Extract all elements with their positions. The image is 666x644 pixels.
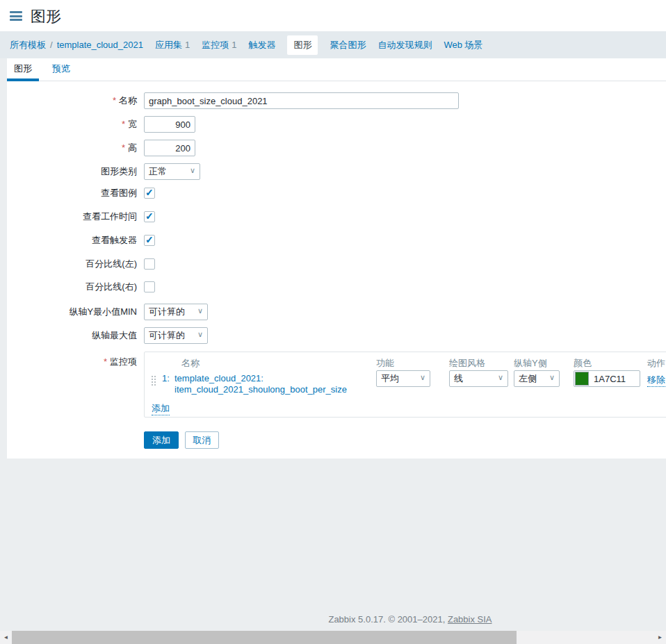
item-function-select[interactable]: 平均∨ — [376, 370, 430, 387]
item-name-link[interactable]: template_cloud_2021: item_cloud_2021_sho… — [174, 373, 347, 395]
item-remove-link[interactable]: 移除 — [647, 374, 665, 387]
required-mark: * — [113, 95, 116, 106]
item-draw-style-select[interactable]: 线∨ — [449, 370, 508, 387]
required-mark: * — [122, 142, 125, 153]
items-col-name: 名称 — [181, 357, 200, 370]
color-swatch[interactable] — [575, 372, 589, 386]
yaxis-min-select[interactable]: 可计算的∨ — [144, 304, 208, 320]
show-legend-label: 查看图例 — [7, 188, 137, 199]
width-label: *宽 — [7, 116, 137, 133]
nav-item-triggers[interactable]: 触发器 — [248, 39, 275, 51]
chevron-down-icon: ∨ — [190, 166, 195, 175]
items-col-color: 颜色 — [574, 357, 592, 370]
items-table: 名称 功能 绘图风格 纵轴Y侧 颜色 动作 1: template_cloud_… — [144, 352, 666, 418]
nav-item-items[interactable]: 监控项1 — [202, 39, 236, 51]
footer-version-text: Zabbix 5.0.17. © 2001–2021, — [328, 614, 447, 625]
nav-item-screens[interactable]: 聚合图形 — [330, 39, 366, 51]
show-triggers-checkbox[interactable]: ✓ — [144, 235, 155, 246]
nav-item-graphs[interactable]: 图形 — [287, 35, 318, 55]
height-input[interactable] — [144, 140, 195, 156]
tab-preview[interactable]: 预览 — [45, 58, 77, 81]
show-working-time-label: 查看工作时间 — [7, 211, 137, 222]
percentile-right-checkbox[interactable]: ✓ — [144, 281, 155, 292]
show-triggers-label: 查看触发器 — [7, 235, 137, 246]
footer-zabbix-sia-link[interactable]: Zabbix SIA — [448, 614, 492, 625]
percentile-left-label: 百分比线(左) — [7, 258, 137, 270]
scroll-left-icon[interactable]: ◄ — [0, 631, 12, 644]
items-label: *监控项 — [7, 354, 137, 368]
item-color-field[interactable]: 1A7C11 — [574, 370, 640, 387]
items-count: 1 — [232, 40, 236, 50]
item-yaxis-side-select[interactable]: 左侧∨ — [514, 370, 560, 387]
page-title: 图形 — [31, 6, 61, 27]
nav-item-web-scenarios[interactable]: Web 场景 — [444, 39, 482, 51]
name-label: *名称 — [7, 92, 137, 109]
breadcrumb-template-link[interactable]: template_cloud_2021 — [57, 40, 143, 50]
color-value: 1A7C11 — [594, 374, 626, 384]
content-panel: 图形 预览 *名称 *宽 *高 图形类别 正常∨ 查看图例 ✓ — [7, 58, 666, 459]
items-add-link[interactable]: 添加 — [152, 402, 170, 415]
breadcrumb: 所有模板 / template_cloud_2021 应用集1 监控项1 触发器… — [0, 31, 666, 58]
items-col-action: 动作 — [647, 357, 665, 370]
graph-type-select[interactable]: 正常∨ — [144, 163, 200, 180]
scrollbar-thumb[interactable] — [12, 631, 517, 644]
add-button[interactable]: 添加 — [144, 431, 179, 449]
percentile-right-label: 百分比线(右) — [7, 281, 137, 292]
chevron-down-icon: ∨ — [197, 306, 203, 315]
graph-type-label: 图形类别 — [7, 163, 137, 180]
height-label: *高 — [7, 140, 137, 156]
applications-count: 1 — [185, 40, 190, 50]
item-row-number: 1: — [162, 373, 170, 383]
name-input[interactable] — [144, 92, 459, 109]
menu-icon[interactable] — [10, 11, 22, 21]
show-working-time-checkbox[interactable]: ✓ — [144, 211, 155, 222]
yaxis-min-label: 纵轴Y最小值MIN — [7, 304, 137, 320]
show-legend-checkbox[interactable]: ✓ — [144, 188, 155, 199]
page: 图形 所有模板 / template_cloud_2021 应用集1 监控项1 … — [0, 0, 666, 644]
chevron-down-icon: ∨ — [420, 373, 425, 382]
tab-graph[interactable]: 图形 — [7, 58, 39, 81]
nav-item-discovery-rules[interactable]: 自动发现规则 — [377, 39, 432, 51]
chevron-down-icon: ∨ — [197, 330, 203, 339]
chevron-down-icon: ∨ — [498, 373, 503, 382]
yaxis-max-select[interactable]: 可计算的∨ — [144, 327, 208, 344]
required-mark: * — [122, 119, 125, 129]
breadcrumb-separator: / — [50, 40, 53, 50]
percentile-left-checkbox[interactable]: ✓ — [144, 258, 155, 270]
yaxis-max-label: 纵轴最大值 — [7, 327, 137, 344]
check-icon: ✓ — [145, 187, 154, 198]
drag-handle-icon[interactable] — [151, 375, 156, 387]
scroll-right-icon[interactable]: ► — [654, 631, 666, 644]
tabs: 图形 预览 — [7, 58, 666, 81]
width-input[interactable] — [144, 116, 195, 133]
check-icon: ✓ — [145, 210, 154, 222]
chevron-down-icon: ∨ — [549, 373, 555, 382]
header: 图形 — [0, 0, 666, 31]
items-col-draw-style: 绘图风格 — [449, 357, 485, 370]
breadcrumb-all-templates[interactable]: 所有模板 — [10, 39, 46, 51]
items-col-yaxis-side: 纵轴Y侧 — [514, 357, 547, 370]
required-mark: * — [104, 356, 107, 367]
footer: Zabbix 5.0.17. © 2001–2021, Zabbix SIA — [0, 614, 666, 625]
nav-item-applications[interactable]: 应用集1 — [155, 39, 190, 51]
cancel-button[interactable]: 取消 — [185, 431, 219, 449]
horizontal-scrollbar[interactable]: ◄ ► — [0, 631, 666, 644]
check-icon: ✓ — [145, 234, 154, 245]
items-col-function: 功能 — [376, 357, 394, 370]
